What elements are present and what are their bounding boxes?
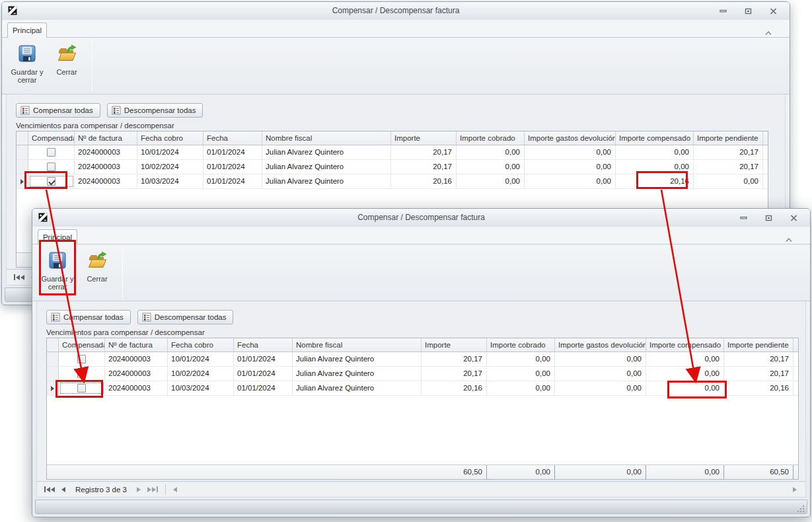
table-row[interactable]: 202400000310/03/202401/01/2024Julian Alv… [47,381,798,396]
grid-cell[interactable]: 20,17 [694,160,763,174]
compensada-checkbox[interactable] [47,177,55,186]
grid-cell[interactable]: 0,00 [555,381,646,395]
minimize-button[interactable] [739,214,748,221]
nav-last-button[interactable] [144,483,161,496]
compensada-checkbox[interactable] [47,148,55,157]
grid-cell[interactable]: 01/01/2024 [234,367,293,381]
grid-cell[interactable]: 0,00 [487,352,555,366]
header-nombre-fiscal[interactable]: Nombre fiscal [293,338,422,352]
restore-button[interactable] [743,7,753,15]
header-importe-compensado[interactable]: Importe compensado [616,131,694,145]
nav-previous-button[interactable] [58,483,69,496]
titlebar[interactable]: Compensar / Descompensar factura [2,2,790,20]
grid-cell[interactable]: 0,00 [457,145,525,159]
grid-cell[interactable]: 20,17 [422,367,487,381]
save-and-close-button[interactable]: Guardar y cerrar [10,40,44,92]
nav-first-button[interactable] [41,483,58,496]
grid-cell[interactable]: 2024000003 [75,145,137,159]
compensada-cell[interactable] [28,160,75,174]
grid-cell[interactable]: 0,00 [487,381,555,395]
table-row[interactable]: 202400000310/02/202401/01/2024Julian Alv… [17,160,768,174]
grid-cell[interactable]: 20,16 [422,381,487,395]
header-importe-cobrado[interactable]: Importe cobrado [457,131,525,145]
grid-cell[interactable]: 0,00 [487,367,555,381]
grid-cell[interactable]: 0,00 [457,174,525,188]
save-and-close-button[interactable]: Guardar y cerrar [40,246,75,299]
grid-cell[interactable]: 20,16 [724,381,794,395]
close-button[interactable] [768,7,778,15]
grid-cell[interactable]: 2024000003 [105,352,168,366]
compensar-todas-button[interactable]: Compensar todas [46,310,131,324]
grid-cell[interactable]: 10/03/2024 [137,174,203,188]
chevron-up-icon[interactable] [785,233,793,239]
grid-cell[interactable]: 2024000003 [105,367,168,381]
header-importe[interactable]: Importe [422,338,487,352]
grid-cell[interactable]: 01/01/2024 [203,174,262,188]
header-importe[interactable]: Importe [391,131,457,145]
compensada-cell[interactable] [28,145,75,159]
grid-cell[interactable]: 20,16 [391,174,457,188]
compensada-checkbox[interactable] [77,355,86,363]
header-importe-gastos[interactable]: Importe gastos devolución [555,338,646,352]
scroll-right-button[interactable] [790,483,800,496]
table-row[interactable]: 202400000310/02/202401/01/2024Julian Alv… [47,367,798,381]
grid-cell[interactable]: 20,17 [422,352,487,366]
header-fecha[interactable]: Fecha [234,338,293,352]
nav-next-button[interactable] [133,483,144,496]
header-fecha-cobro[interactable]: Fecha cobro [137,131,203,145]
restore-button[interactable] [764,214,773,221]
descompensar-todas-button[interactable]: Descompensar todas [107,103,203,118]
grid-cell[interactable]: 0,00 [457,160,525,174]
header-compensada[interactable]: Compensada [59,338,105,352]
header-compensada[interactable]: Compensada [28,131,75,145]
grid-cell[interactable]: 20,17 [391,160,457,174]
grid-cell[interactable]: 01/01/2024 [234,352,293,366]
grid-cell[interactable]: Julian Alvarez Quintero [293,381,422,395]
grid-cell[interactable]: 2024000003 [105,381,168,395]
grid-cell[interactable]: Julian Alvarez Quintero [293,367,422,381]
grid-cell[interactable]: 0,00 [555,352,646,366]
header-importe-compensado[interactable]: Importe compensado [646,338,724,352]
grid-cell[interactable]: 20,17 [391,145,457,159]
grid-cell[interactable]: 0,00 [694,174,763,188]
compensada-cell[interactable] [59,381,105,395]
grid-cell[interactable]: 0,00 [646,352,724,366]
cerrar-button[interactable]: Cerrar [50,40,84,92]
grid-cell[interactable]: 2024000003 [75,160,137,174]
grid-cell[interactable]: 0,00 [525,174,616,188]
grid-cell[interactable]: Julian Alvarez Quintero [262,145,391,159]
grid-cell[interactable]: 20,17 [724,367,794,381]
header-importe-pendiente[interactable]: Importe pendiente [724,338,794,352]
header-nombre-fiscal[interactable]: Nombre fiscal [262,131,391,145]
minimize-button[interactable] [718,7,727,15]
grid-cell[interactable]: 10/01/2024 [137,145,203,159]
table-row[interactable]: 202400000310/01/202401/01/2024Julian Alv… [17,145,768,160]
header-importe-cobrado[interactable]: Importe cobrado [487,338,555,352]
titlebar[interactable]: Compensar / Descompensar factura [32,209,810,227]
grid-cell[interactable]: 01/01/2024 [203,160,262,174]
chevron-up-icon[interactable] [764,26,772,32]
grid-cell[interactable]: 0,00 [555,367,646,381]
grid-cell[interactable]: 0,00 [525,145,616,159]
compensada-checkbox[interactable] [77,384,86,392]
resize-grip-icon[interactable] [797,503,805,511]
grid-cell[interactable]: 20,16 [616,174,694,188]
scroll-left-button[interactable] [170,483,180,496]
grid-cell[interactable]: 0,00 [646,381,724,395]
table-row[interactable]: 202400000310/01/202401/01/2024Julian Alv… [47,352,798,367]
header-fecha[interactable]: Fecha [203,131,262,145]
grid-cell[interactable]: 10/01/2024 [168,352,234,366]
grid-cell[interactable]: 01/01/2024 [234,381,293,395]
grid-cell[interactable]: 0,00 [525,160,616,174]
grid-cell[interactable]: 0,00 [616,160,694,174]
descompensar-todas-button[interactable]: Descompensar todas [137,310,234,324]
grid-cell[interactable]: Julian Alvarez Quintero [262,174,391,188]
header-num-factura[interactable]: Nº de factura [75,131,137,145]
nav-first-button[interactable] [11,271,28,284]
close-button[interactable] [789,214,798,221]
grid-cell[interactable]: 0,00 [646,367,724,381]
grid-cell[interactable]: 10/03/2024 [168,381,234,395]
tab-principal[interactable]: Principal [7,22,47,38]
tab-principal[interactable]: Principal [38,229,77,244]
grid-cell[interactable]: 10/02/2024 [137,160,203,174]
